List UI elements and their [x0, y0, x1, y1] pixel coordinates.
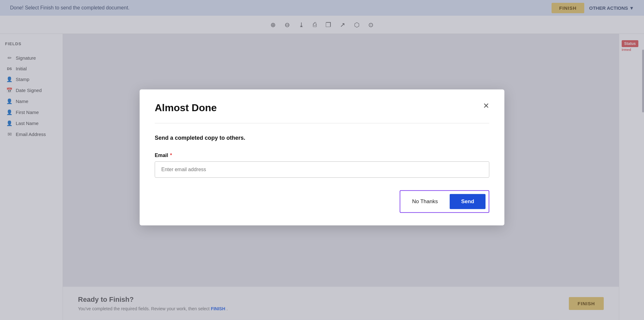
almost-done-modal: Almost Done ✕ Send a completed copy to o… — [140, 89, 504, 225]
modal-title: Almost Done — [155, 102, 217, 113]
required-star: * — [170, 152, 172, 158]
email-input[interactable] — [155, 161, 489, 177]
footer-buttons-wrapper: No Thanks Send — [400, 190, 489, 213]
send-button[interactable]: Send — [450, 194, 486, 209]
modal-subtitle: Send a completed copy to others. — [155, 134, 489, 141]
email-label-row: Email * — [155, 152, 489, 158]
modal-footer: No Thanks Send — [140, 177, 504, 225]
close-button[interactable]: ✕ — [483, 102, 489, 109]
modal-header: Almost Done ✕ — [140, 89, 504, 123]
modal-body: Send a completed copy to others. Email * — [140, 123, 504, 177]
no-thanks-button[interactable]: No Thanks — [403, 194, 447, 209]
